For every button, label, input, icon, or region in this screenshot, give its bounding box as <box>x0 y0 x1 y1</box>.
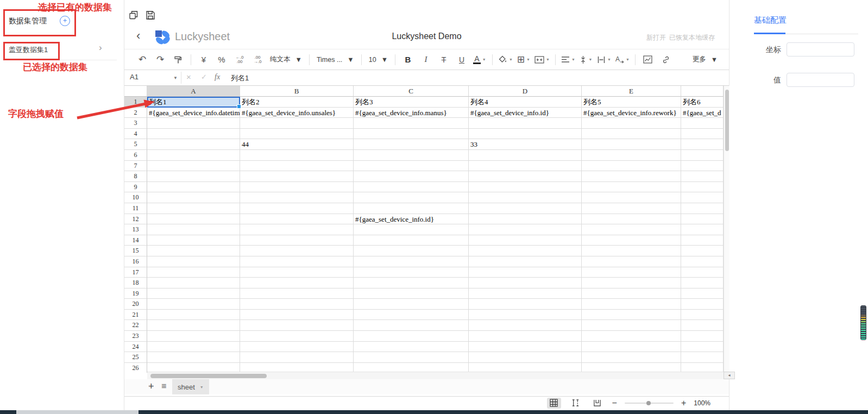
cell-C9[interactable] <box>354 182 469 193</box>
undo-icon[interactable]: ↶ <box>134 53 150 67</box>
decimal-increase-icon[interactable]: .00→.0 <box>249 53 266 67</box>
cell-C18[interactable] <box>354 278 469 288</box>
cell-F10[interactable] <box>681 192 724 203</box>
horizontal-scrollbar[interactable] <box>147 372 724 379</box>
cell-B7[interactable] <box>240 161 354 172</box>
merge-cells-icon[interactable]: ▼ <box>533 53 551 67</box>
row-header-12[interactable]: 12 <box>124 214 147 225</box>
add-sheet-button[interactable]: + <box>148 381 154 392</box>
select-all-corner[interactable] <box>124 86 147 97</box>
cell-B20[interactable] <box>240 299 354 310</box>
font-family-dropdown[interactable]: Times ...▼ <box>314 53 357 67</box>
col-header-C[interactable]: C <box>354 86 469 97</box>
more-dropdown[interactable]: 更多▼ <box>690 53 720 67</box>
row-header-8[interactable]: 8 <box>124 171 147 182</box>
cell-A21[interactable] <box>147 310 240 321</box>
cell-F20[interactable] <box>681 299 724 310</box>
cell-A20[interactable] <box>147 299 240 310</box>
cell-B21[interactable] <box>240 310 354 321</box>
cell-D17[interactable] <box>469 267 582 278</box>
cell-D19[interactable] <box>469 288 582 299</box>
cell-F7[interactable] <box>681 161 724 172</box>
cell-E3[interactable] <box>582 118 681 129</box>
row-header-15[interactable]: 15 <box>124 246 147 256</box>
cell-E12[interactable] <box>582 214 681 225</box>
cell-A13[interactable] <box>147 224 240 235</box>
cell-E16[interactable] <box>582 256 681 267</box>
chevron-right-icon[interactable]: › <box>99 42 102 53</box>
align-left-icon[interactable]: ▼ <box>560 53 576 67</box>
row-header-21[interactable]: 21 <box>124 310 147 321</box>
cell-C24[interactable] <box>354 342 469 353</box>
fill-color-icon[interactable]: ▼ <box>497 53 514 67</box>
cell-C6[interactable] <box>354 150 469 161</box>
cell-D3[interactable] <box>469 118 582 129</box>
cell-C8[interactable] <box>354 171 469 182</box>
cell-C21[interactable] <box>354 310 469 321</box>
cell-D4[interactable] <box>469 129 582 140</box>
cell-F15[interactable] <box>681 246 724 256</box>
dropdown-caret-icon[interactable]: ▼ <box>345 56 355 64</box>
zoom-slider[interactable] <box>625 403 674 404</box>
cell-F25[interactable] <box>681 352 724 363</box>
cell-B14[interactable] <box>240 235 354 246</box>
cell-A12[interactable] <box>147 214 240 225</box>
zoom-slider-handle[interactable] <box>646 401 651 405</box>
cell-D8[interactable] <box>469 171 582 182</box>
cell-E13[interactable] <box>582 224 681 235</box>
cell-B5[interactable]: 44 <box>240 139 354 150</box>
cell-D25[interactable] <box>469 352 582 363</box>
row-header-17[interactable]: 17 <box>124 267 147 278</box>
cell-E8[interactable] <box>582 171 681 182</box>
cell-B13[interactable] <box>240 224 354 235</box>
cancel-entry-icon[interactable]: × <box>186 72 191 81</box>
cell-A3[interactable] <box>147 118 240 129</box>
cell-A22[interactable] <box>147 320 240 331</box>
cell-E4[interactable] <box>582 129 681 140</box>
cell-B12[interactable] <box>240 214 354 225</box>
cell-A15[interactable] <box>147 246 240 256</box>
cell-A24[interactable] <box>147 342 240 353</box>
horizontal-scrollbar-thumb[interactable] <box>150 374 267 378</box>
cell-B2[interactable]: #{gaea_set_device_info.unsales} <box>240 108 354 118</box>
column-layout-button[interactable] <box>569 398 583 409</box>
cell-F8[interactable] <box>681 171 724 182</box>
cell-B24[interactable] <box>240 342 354 353</box>
zoom-in-button[interactable]: + <box>681 398 686 408</box>
decimal-decrease-icon[interactable]: ←.0.00 <box>231 53 248 67</box>
row-header-16[interactable]: 16 <box>124 256 147 267</box>
cell-B10[interactable] <box>240 192 354 203</box>
dropdown-caret-icon[interactable]: ▼ <box>626 58 630 61</box>
dropdown-caret-icon[interactable]: ▼ <box>607 58 611 61</box>
dropdown-caret-icon[interactable]: ▼ <box>509 58 513 61</box>
currency-icon[interactable]: ¥ <box>196 53 212 67</box>
cell-C11[interactable] <box>354 203 469 214</box>
cell-E22[interactable] <box>582 320 681 331</box>
font-color-icon[interactable]: A▼ <box>471 53 488 67</box>
grid-view-button[interactable] <box>547 398 561 409</box>
cell-B1[interactable]: 列名2 <box>240 97 354 108</box>
back-chevron-icon[interactable]: ‹ <box>136 29 140 43</box>
text-rotate-icon[interactable]: A▼ <box>614 53 631 67</box>
cell-C17[interactable] <box>354 267 469 278</box>
row-header-9[interactable]: 9 <box>124 182 147 193</box>
cell-F4[interactable] <box>681 129 724 140</box>
cell-C19[interactable] <box>354 288 469 299</box>
cell-F23[interactable] <box>681 331 724 342</box>
italic-icon[interactable]: I <box>418 53 434 67</box>
row-header-25[interactable]: 25 <box>124 352 147 363</box>
row-header-26[interactable]: 26 <box>124 363 147 373</box>
dropdown-caret-icon[interactable]: ▼ <box>294 56 304 64</box>
col-header-D[interactable]: D <box>469 86 582 97</box>
dropdown-caret-icon[interactable]: ▼ <box>571 58 575 61</box>
page-break-button[interactable] <box>590 398 605 409</box>
col-header-F[interactable] <box>681 86 724 97</box>
row-header-3[interactable]: 3 <box>124 118 147 129</box>
cell-F2[interactable]: #{gaea_set_d <box>681 108 724 118</box>
cell-B4[interactable] <box>240 129 354 140</box>
cell-A19[interactable] <box>147 288 240 299</box>
row-header-2[interactable]: 2 <box>124 108 147 118</box>
cell-D2[interactable]: #{gaea_set_device_info.id} <box>469 108 582 118</box>
cell-E15[interactable] <box>582 246 681 256</box>
cell-A6[interactable] <box>147 150 240 161</box>
